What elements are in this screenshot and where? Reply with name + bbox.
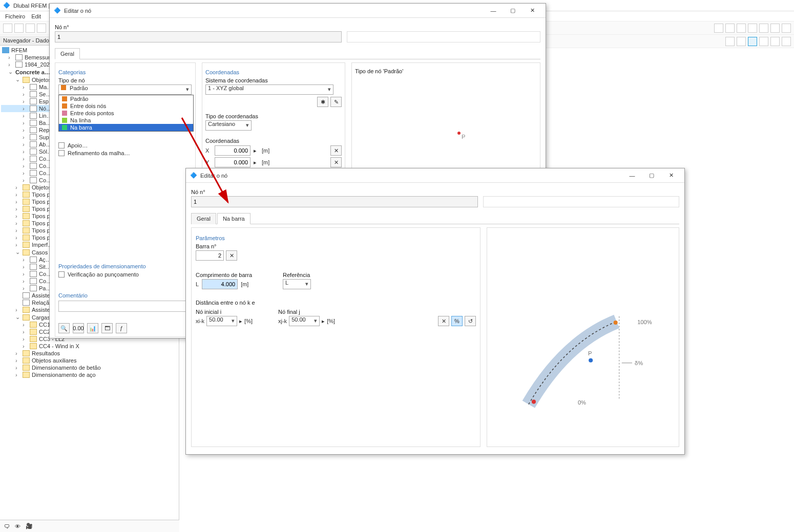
tree-toggle[interactable]: › [8, 54, 13, 60]
dropdown-item[interactable]: Na linha [59, 117, 193, 124]
referencia-select[interactable]: L [283, 279, 311, 289]
undo-button[interactable]: ↺ [465, 316, 476, 326]
tipo-no-dropdown[interactable]: PadrãoEntre dois nósEntre dois pontosNa … [58, 95, 194, 132]
tree-toggle[interactable]: › [15, 365, 20, 371]
tipo-coord-select[interactable]: Cartesiano [205, 120, 252, 131]
minimize-button[interactable]: — [484, 5, 503, 16]
footer-btn[interactable]: ƒ [116, 323, 127, 333]
tree-toggle[interactable]: › [23, 113, 28, 119]
tree-toggle[interactable]: ⌄ [15, 249, 20, 256]
footer-btn[interactable]: 📊 [87, 323, 98, 333]
close-button[interactable]: ✕ [523, 5, 541, 16]
tree-item[interactable]: Cargas [32, 314, 50, 321]
toolbar-icon[interactable] [748, 37, 757, 46]
dropdown-item[interactable]: Entre dois pontos [59, 110, 193, 117]
tree-toggle[interactable]: › [23, 278, 28, 284]
tree-toggle[interactable]: › [15, 184, 20, 190]
tree-toggle[interactable]: › [23, 285, 28, 291]
tree-item[interactable]: Resultados [32, 350, 60, 356]
pick-y-button[interactable]: ✕ [330, 157, 342, 167]
tree-toggle[interactable]: › [23, 91, 28, 97]
coord-x-input[interactable] [215, 145, 250, 156]
tab-na-barra[interactable]: Na barra [217, 213, 250, 224]
tree-toggle[interactable]: › [23, 127, 28, 133]
no-number-input-2[interactable] [191, 196, 478, 207]
tree-toggle[interactable]: › [23, 322, 28, 328]
tree-toggle[interactable]: › [23, 170, 28, 176]
dropdown-item[interactable]: Padrão [59, 95, 193, 102]
tree-toggle[interactable]: › [23, 120, 28, 126]
eye-icon[interactable]: 👁 [15, 523, 20, 529]
tree-toggle[interactable]: › [23, 141, 28, 147]
coord-y-input[interactable] [215, 157, 250, 167]
minimize-button[interactable]: — [623, 170, 641, 181]
no-number-input[interactable] [55, 31, 342, 42]
tree-toggle[interactable]: ⌄ [8, 69, 13, 75]
tree-toggle[interactable]: › [15, 220, 20, 226]
toolbar-icon[interactable] [737, 24, 746, 33]
tree-toggle[interactable]: › [15, 199, 20, 205]
refmalha-checkbox[interactable] [58, 150, 65, 156]
pick-x-button[interactable]: ✕ [330, 145, 342, 156]
toolbar-icon[interactable] [3, 24, 12, 33]
toolbar-icon[interactable] [737, 37, 746, 46]
dropdown-item[interactable]: Na barra [59, 124, 193, 131]
tab-geral-2[interactable]: Geral [191, 213, 216, 224]
toolbar-icon[interactable] [759, 37, 768, 46]
toolbar-icon[interactable] [782, 24, 791, 33]
comentario-input[interactable] [58, 301, 192, 312]
xjk-input[interactable]: 50.00 [289, 316, 320, 326]
footer-btn[interactable]: 🗔 [101, 323, 113, 333]
tree-objetos[interactable]: Objetos [32, 77, 51, 83]
tree-toggle[interactable]: › [23, 271, 28, 277]
tree-toggle[interactable]: ⌄ [15, 314, 20, 321]
new-cs-button[interactable]: ✱ [317, 97, 328, 107]
xik-input[interactable]: 50.00 [206, 316, 237, 326]
dropdown-item[interactable]: Entre dois nós [59, 102, 193, 110]
tree-toggle[interactable]: › [23, 329, 28, 335]
close-button[interactable]: ✕ [662, 170, 680, 181]
maximize-button[interactable]: ▢ [642, 170, 661, 181]
toolbar-icon[interactable] [37, 24, 46, 33]
apoio-checkbox[interactable] [58, 142, 65, 148]
clear-button[interactable]: ✕ [438, 316, 449, 326]
tree-toggle[interactable]: › [15, 227, 20, 233]
tree-toggle[interactable]: › [15, 242, 20, 248]
tree-toggle[interactable]: › [15, 372, 20, 378]
puncoamento-checkbox[interactable] [58, 271, 65, 278]
tree-toggle[interactable]: › [23, 336, 28, 342]
toolbar-icon[interactable] [770, 37, 780, 46]
tree-item[interactable]: CC4 - Wind in X [39, 343, 79, 349]
camera-icon[interactable]: 🎥 [26, 523, 33, 529]
sistema-select[interactable]: 1 - XYZ global [205, 84, 333, 95]
footer-btn[interactable]: 0.00 [73, 323, 84, 333]
tree-toggle[interactable]: › [23, 177, 28, 183]
tree-toggle[interactable]: › [23, 105, 28, 112]
toolbar-icon[interactable] [782, 37, 791, 46]
toolbar-icon[interactable] [714, 24, 723, 33]
menu-edit[interactable]: Edit [31, 13, 41, 19]
tree-toggle[interactable]: ⌄ [15, 76, 20, 83]
tree-toggle[interactable]: › [23, 148, 28, 155]
footer-btn[interactable]: 🔍 [58, 323, 70, 333]
tree-toggle[interactable]: › [15, 206, 20, 212]
toolbar-icon[interactable] [725, 24, 735, 33]
toolbar-icon[interactable] [14, 24, 24, 33]
tree-toggle[interactable]: › [23, 257, 28, 263]
pick-member-button[interactable]: ✕ [226, 250, 237, 261]
toolbar-icon[interactable] [770, 24, 780, 33]
tree-toggle[interactable]: › [15, 213, 20, 219]
tipo-no-select[interactable]: Padrão [58, 84, 192, 95]
barra-no-input[interactable] [196, 250, 224, 261]
tree-root[interactable]: RFEM [11, 47, 27, 53]
tree-toggle[interactable]: › [15, 235, 20, 241]
tree-toggle[interactable]: › [23, 163, 28, 169]
tree-toggle[interactable]: › [15, 350, 20, 356]
tree-toggle[interactable]: › [23, 156, 28, 162]
toolbar-icon[interactable] [759, 24, 768, 33]
tree-toggle[interactable]: › [8, 61, 13, 68]
tree-toggle[interactable]: › [15, 191, 20, 198]
tree-toggle[interactable]: › [23, 343, 28, 349]
tree-toggle[interactable]: › [23, 98, 28, 104]
tree-toggle[interactable]: › [23, 84, 28, 90]
